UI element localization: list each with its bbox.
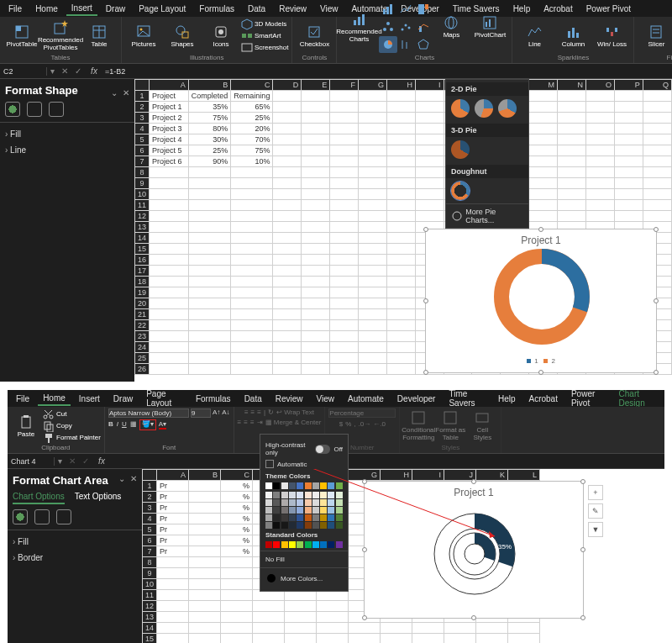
tab-review[interactable]: Review xyxy=(274,3,312,15)
pictures-button[interactable]: Pictures xyxy=(125,19,162,53)
orientation-icon[interactable]: ↻ xyxy=(268,408,274,416)
color-swatch[interactable] xyxy=(265,522,272,529)
tab-insert[interactable]: Insert xyxy=(66,2,97,16)
color-swatch[interactable] xyxy=(297,499,303,506)
table-row[interactable]: 7Project 690%10% xyxy=(135,156,672,167)
smartart-button[interactable]: SmartArt xyxy=(241,30,288,41)
table-row[interactable]: 1ProjectCompletedRemaining xyxy=(135,91,672,102)
wrap-text-button[interactable]: ↩ Wrap Text xyxy=(276,408,314,416)
color-swatch[interactable] xyxy=(297,507,303,514)
italic-button[interactable]: I xyxy=(117,420,118,430)
sparkline-winloss-button[interactable]: Win/ Loss xyxy=(593,19,630,53)
fill-color-button[interactable]: 🪣▾ xyxy=(140,420,155,430)
screenshot-button[interactable]: Screenshot xyxy=(241,42,288,53)
tab-file[interactable]: File xyxy=(11,393,34,405)
color-swatch[interactable] xyxy=(289,492,296,498)
table-row[interactable]: 9 xyxy=(135,178,672,189)
color-swatch[interactable] xyxy=(312,522,319,529)
close-icon[interactable]: ✕ xyxy=(130,474,137,492)
slicer-button[interactable]: Slicer xyxy=(638,19,672,53)
name-box-2[interactable]: Chart 4 xyxy=(8,457,55,466)
cancel-icon[interactable]: ✕ xyxy=(58,66,71,76)
color-swatch[interactable] xyxy=(281,541,288,548)
sparkline-column-button[interactable]: Column xyxy=(554,19,591,53)
table-row[interactable]: 6Project 525%75% xyxy=(135,145,672,156)
color-swatch[interactable] xyxy=(312,482,319,489)
color-swatch[interactable] xyxy=(328,514,334,521)
underline-button[interactable]: U xyxy=(122,420,127,430)
tab-data[interactable]: Data xyxy=(243,3,270,15)
table-row[interactable]: 4Project 380%20% xyxy=(135,124,672,134)
pie-bar-option[interactable] xyxy=(498,99,517,118)
color-swatch[interactable] xyxy=(305,492,312,498)
color-swatch[interactable] xyxy=(265,507,272,514)
align-middle-icon[interactable]: ≡ xyxy=(251,408,255,416)
color-swatch[interactable] xyxy=(273,499,280,506)
color-swatch[interactable] xyxy=(297,492,303,498)
color-swatch[interactable] xyxy=(305,514,312,521)
shapes-button[interactable]: Shapes xyxy=(164,19,201,53)
color-swatch[interactable] xyxy=(265,541,272,548)
color-swatch[interactable] xyxy=(320,482,327,489)
chevron-down-icon[interactable]: ⌄ xyxy=(111,88,118,98)
icons-button[interactable]: Icons xyxy=(202,19,239,53)
border-section[interactable]: Border xyxy=(13,550,137,566)
line-section[interactable]: Line xyxy=(5,142,129,158)
chart-treemap-button[interactable] xyxy=(414,1,433,18)
tab-page-layout[interactable]: Page Layout xyxy=(134,3,191,15)
color-swatch[interactable] xyxy=(328,482,334,489)
color-swatch[interactable] xyxy=(328,492,334,498)
tab-acrobat[interactable]: Acrobat xyxy=(538,3,577,15)
color-swatch[interactable] xyxy=(273,482,280,489)
color-swatch[interactable] xyxy=(312,507,319,514)
color-swatch[interactable] xyxy=(336,507,343,514)
chart-scatter-button[interactable] xyxy=(396,18,415,35)
fx-icon[interactable]: fx xyxy=(92,456,111,466)
color-swatch[interactable] xyxy=(281,507,288,514)
color-swatch[interactable] xyxy=(305,482,312,489)
color-swatch[interactable] xyxy=(336,514,343,521)
recommended-charts-button[interactable]: Recommended Charts xyxy=(340,10,377,44)
table-row[interactable]: 14 xyxy=(143,623,540,634)
effects-tab-icon[interactable] xyxy=(27,102,42,117)
more-colors-option[interactable]: More Colors... xyxy=(265,571,343,586)
table-row[interactable]: 2Project 135%65% xyxy=(135,102,672,113)
color-swatch[interactable] xyxy=(336,492,343,498)
pie-exploded-option[interactable] xyxy=(475,99,493,118)
tab-data[interactable]: Data xyxy=(239,393,267,405)
tab-formulas[interactable]: Formulas xyxy=(194,3,239,15)
number-format-input[interactable] xyxy=(328,408,396,418)
chevron-down-icon[interactable]: ⌄ xyxy=(118,474,125,492)
chart-title[interactable]: Project 1 xyxy=(426,229,656,246)
tab-acrobat[interactable]: Acrobat xyxy=(523,393,562,405)
tab-draw[interactable]: Draw xyxy=(101,3,130,15)
color-swatch[interactable] xyxy=(336,522,343,529)
align-left-icon[interactable]: ≡ xyxy=(238,419,242,426)
fill-section[interactable]: Fill xyxy=(5,126,129,142)
pie-3d-option[interactable] xyxy=(451,140,470,159)
more-pie-charts[interactable]: More Pie Charts... xyxy=(446,203,528,228)
color-swatch[interactable] xyxy=(273,507,280,514)
color-swatch[interactable] xyxy=(305,499,312,506)
color-swatch[interactable] xyxy=(320,492,327,498)
chart-title-2[interactable]: Project 1 xyxy=(365,482,583,498)
color-swatch[interactable] xyxy=(336,482,343,489)
doughnut-chart[interactable]: Project 1 1 2 xyxy=(425,229,657,373)
tab-draw[interactable]: Draw xyxy=(108,393,138,405)
color-swatch[interactable] xyxy=(289,514,296,521)
chart-stock-button[interactable] xyxy=(396,36,415,53)
table-button[interactable]: Table xyxy=(81,19,118,53)
increase-decimal-icon[interactable]: .0→ xyxy=(359,420,371,428)
align-center-icon[interactable]: ≡ xyxy=(244,419,248,426)
pivottable-button[interactable]: PivotTable xyxy=(3,19,40,53)
color-swatch[interactable] xyxy=(289,522,296,529)
maps-button[interactable]: Maps xyxy=(433,10,470,44)
color-swatch[interactable] xyxy=(273,514,280,521)
color-swatch[interactable] xyxy=(312,514,319,521)
color-swatch[interactable] xyxy=(305,541,312,548)
fill-line-tab-icon[interactable] xyxy=(5,102,20,117)
tab-view[interactable]: View xyxy=(315,3,344,15)
color-swatch[interactable] xyxy=(305,522,312,529)
no-fill-option[interactable]: No Fill xyxy=(265,554,343,565)
chart-filters-icon[interactable]: ▼ xyxy=(588,522,603,537)
